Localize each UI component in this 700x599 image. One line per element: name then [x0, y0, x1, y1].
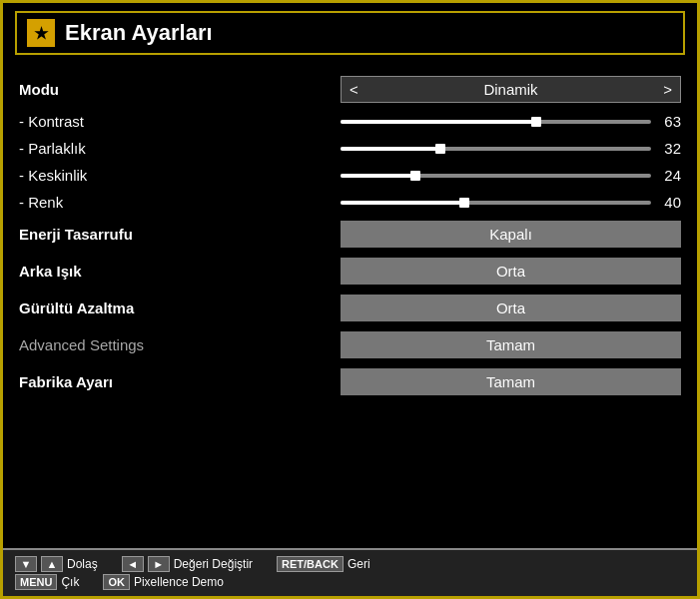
setting-value: 32	[337, 135, 685, 162]
slider-fill	[341, 174, 415, 178]
footer: ▼▲Dolaş◄►Değeri DeğiştirRET/BACKGeri MEN…	[3, 548, 697, 596]
slider-value: 32	[657, 140, 681, 157]
slider-track	[341, 174, 651, 178]
settings-row: Modu < Dinamik >	[15, 71, 685, 108]
setting-value[interactable]: < Dinamik >	[337, 71, 685, 108]
footer-label: Değeri Değiştir	[174, 557, 253, 571]
slider-fill	[341, 201, 464, 205]
settings-row: - Renk 40	[15, 189, 685, 216]
settings-row: Enerji TasarrufuKapalı	[15, 216, 685, 253]
settings-row: - Keskinlik 24	[15, 162, 685, 189]
settings-table: Modu < Dinamik > - Kontrast 63 - Parlakl…	[15, 71, 685, 400]
footer-item: ▼▲Dolaş	[15, 556, 98, 572]
footer-key: ◄	[122, 556, 144, 572]
setting-label: - Kontrast	[15, 108, 337, 135]
slider-container[interactable]: 32	[341, 140, 681, 157]
page-title: Ekran Ayarları	[65, 20, 213, 46]
slider-value: 40	[657, 194, 681, 211]
footer-label: Çık	[61, 575, 79, 589]
slider-container[interactable]: 24	[341, 167, 681, 184]
footer-label: Geri	[348, 557, 370, 571]
settings-row: Gürültü AzaltmaOrta	[15, 290, 685, 326]
footer-label: Pixellence Demo	[134, 575, 224, 589]
setting-value[interactable]: Orta	[337, 253, 685, 290]
setting-value[interactable]: Orta	[337, 290, 685, 326]
mode-selector[interactable]: < Dinamik >	[341, 76, 681, 103]
slider-fill	[341, 147, 439, 151]
mode-prev-arrow[interactable]: <	[350, 81, 358, 98]
setting-value[interactable]: Kapalı	[337, 216, 685, 253]
slider-container[interactable]: 40	[341, 194, 681, 211]
setting-button[interactable]: Tamam	[341, 331, 681, 358]
setting-button[interactable]: Tamam	[341, 368, 681, 395]
slider-thumb[interactable]	[435, 144, 445, 154]
footer-item: OKPixellence Demo	[103, 574, 224, 590]
settings-row: - Kontrast 63	[15, 108, 685, 135]
footer-key: OK	[103, 574, 130, 590]
footer-key: ▲	[41, 556, 63, 572]
slider-thumb[interactable]	[410, 171, 420, 181]
title-icon: ★	[27, 19, 55, 47]
settings-row: Arka IşıkOrta	[15, 253, 685, 290]
setting-label: Fabrika Ayarı	[15, 363, 337, 400]
footer-item: MENUÇık	[15, 574, 79, 590]
slider-track	[341, 147, 651, 151]
main-content: ★ Ekran Ayarları Modu < Dinamik > - Kont…	[3, 3, 697, 548]
slider-track	[341, 120, 651, 124]
footer-row-1: ▼▲Dolaş◄►Değeri DeğiştirRET/BACKGeri	[15, 556, 685, 572]
setting-label: - Parlaklık	[15, 135, 337, 162]
slider-value: 63	[657, 113, 681, 130]
slider-track	[341, 201, 651, 205]
setting-value: 40	[337, 189, 685, 216]
setting-button[interactable]: Orta	[341, 258, 681, 285]
mode-next-arrow[interactable]: >	[663, 81, 672, 98]
footer-key: ▼	[15, 556, 37, 572]
slider-fill	[341, 120, 536, 124]
slider-value: 24	[657, 167, 681, 184]
setting-value[interactable]: Tamam	[337, 326, 685, 363]
footer-key: RET/BACK	[277, 556, 344, 572]
footer-item: ◄►Değeri Değiştir	[122, 556, 253, 572]
setting-value: 63	[337, 108, 685, 135]
settings-row: Advanced SettingsTamam	[15, 326, 685, 363]
title-bar: ★ Ekran Ayarları	[15, 11, 685, 55]
settings-row: Fabrika AyarıTamam	[15, 363, 685, 400]
setting-label: Advanced Settings	[15, 326, 337, 363]
screen: ★ Ekran Ayarları Modu < Dinamik > - Kont…	[0, 0, 700, 599]
slider-thumb[interactable]	[459, 198, 469, 208]
setting-label: Modu	[15, 71, 337, 108]
slider-container[interactable]: 63	[341, 113, 681, 130]
slider-thumb[interactable]	[531, 117, 541, 127]
setting-label: Enerji Tasarrufu	[15, 216, 337, 253]
footer-key: MENU	[15, 574, 57, 590]
setting-button[interactable]: Kapalı	[341, 221, 681, 248]
settings-row: - Parlaklık 32	[15, 135, 685, 162]
setting-button[interactable]: Orta	[341, 295, 681, 321]
setting-label: - Renk	[15, 189, 337, 216]
setting-value[interactable]: Tamam	[337, 363, 685, 400]
footer-key: ►	[148, 556, 170, 572]
setting-label: - Keskinlik	[15, 162, 337, 189]
setting-label: Arka Işık	[15, 253, 337, 290]
setting-label: Gürültü Azaltma	[15, 290, 337, 326]
footer-item: RET/BACKGeri	[277, 556, 370, 572]
footer-label: Dolaş	[67, 557, 98, 571]
setting-value: 24	[337, 162, 685, 189]
footer-row-2: MENUÇıkOKPixellence Demo	[15, 574, 685, 590]
mode-value: Dinamik	[483, 81, 537, 98]
